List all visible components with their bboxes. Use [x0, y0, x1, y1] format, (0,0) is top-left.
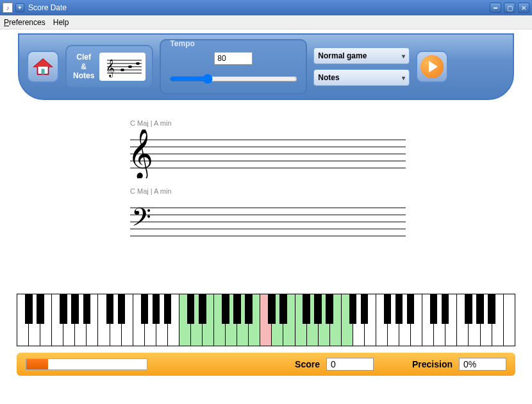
- bass-key-label: C Maj | A min: [130, 187, 527, 195]
- black-key[interactable]: [164, 294, 172, 324]
- clef-notes-button[interactable]: 𝄞: [99, 53, 145, 81]
- bass-staff: 𝄢: [130, 198, 406, 246]
- precision-value: 0%: [459, 358, 506, 371]
- maximize-button[interactable]: ▢: [504, 3, 515, 13]
- home-button[interactable]: [27, 51, 59, 83]
- svg-point-10: [128, 65, 132, 68]
- clef-notes-label: Clef & Notes: [73, 53, 94, 80]
- tempo-group: Tempo: [160, 39, 307, 94]
- treble-staff: 𝄞: [130, 130, 406, 178]
- black-key[interactable]: [465, 294, 472, 324]
- game-mode-select[interactable]: Normal game: [313, 47, 410, 64]
- black-key[interactable]: [476, 294, 484, 324]
- black-key[interactable]: [314, 294, 322, 324]
- black-key[interactable]: [25, 294, 33, 324]
- svg-text:𝄞: 𝄞: [130, 130, 153, 178]
- play-button[interactable]: [416, 51, 448, 83]
- progress-fill: [26, 359, 48, 369]
- black-key[interactable]: [106, 294, 114, 324]
- clef-notes-group: Clef & Notes 𝄞: [65, 45, 153, 88]
- black-key[interactable]: [60, 294, 67, 324]
- black-key[interactable]: [442, 294, 449, 324]
- progress-bar: [26, 358, 147, 370]
- menu-bar: Preferences Help: [0, 15, 532, 29]
- svg-marker-1: [34, 59, 51, 67]
- staff-area: C Maj | A min 𝄞 C Maj | A min: [5, 119, 527, 255]
- tempo-label: Tempo: [169, 39, 195, 48]
- close-button[interactable]: ✕: [518, 3, 529, 13]
- tempo-slider[interactable]: [169, 74, 297, 84]
- black-key[interactable]: [384, 294, 392, 324]
- score-label: Score: [295, 359, 320, 369]
- quiz-type-value: Notes: [318, 73, 339, 82]
- black-key[interactable]: [430, 294, 438, 324]
- black-key[interactable]: [488, 294, 495, 324]
- play-icon: [420, 55, 444, 78]
- window-title: Score Date: [28, 3, 490, 12]
- black-key[interactable]: [395, 294, 403, 324]
- score-value: 0: [326, 358, 374, 371]
- status-bar: Score 0 Precision 0%: [17, 353, 515, 376]
- black-key[interactable]: [199, 294, 206, 324]
- game-mode-value: Normal game: [318, 51, 367, 60]
- black-key[interactable]: [83, 294, 91, 324]
- black-key[interactable]: [407, 294, 415, 324]
- svg-point-9: [121, 69, 124, 71]
- piano-keyboard: [17, 294, 515, 346]
- svg-rect-2: [41, 69, 44, 74]
- black-key[interactable]: [245, 294, 253, 324]
- precision-label: Precision: [412, 359, 453, 369]
- black-key[interactable]: [187, 294, 195, 324]
- svg-text:𝄢: 𝄢: [131, 203, 151, 237]
- black-key[interactable]: [268, 294, 276, 324]
- black-key[interactable]: [279, 294, 287, 324]
- menu-help[interactable]: Help: [53, 18, 69, 27]
- black-key[interactable]: [349, 294, 357, 324]
- app-icon: ♪: [3, 3, 13, 13]
- svg-text:𝄞: 𝄞: [106, 59, 115, 78]
- quiz-type-select[interactable]: Notes: [313, 69, 410, 86]
- black-key[interactable]: [222, 294, 229, 324]
- toolbar: Clef & Notes 𝄞: [18, 33, 514, 100]
- black-key[interactable]: [233, 294, 241, 324]
- tempo-input[interactable]: [214, 52, 253, 65]
- treble-key-label: C Maj | A min: [130, 119, 527, 127]
- black-key[interactable]: [141, 294, 149, 324]
- title-bar: ♪ ✦ Score Date ━ ▢ ✕: [0, 0, 532, 15]
- black-key[interactable]: [326, 294, 333, 324]
- wm-decor-icon: ✦: [15, 3, 24, 12]
- mini-staff-icon: 𝄞: [102, 55, 143, 78]
- home-icon: [32, 56, 54, 78]
- black-key[interactable]: [361, 294, 369, 324]
- black-key[interactable]: [118, 294, 126, 324]
- black-key[interactable]: [153, 294, 160, 324]
- svg-point-11: [136, 62, 140, 65]
- minimize-button[interactable]: ━: [490, 3, 501, 13]
- menu-preferences[interactable]: Preferences: [4, 18, 46, 27]
- black-key[interactable]: [303, 294, 310, 324]
- black-key[interactable]: [71, 294, 79, 324]
- black-key[interactable]: [37, 294, 44, 324]
